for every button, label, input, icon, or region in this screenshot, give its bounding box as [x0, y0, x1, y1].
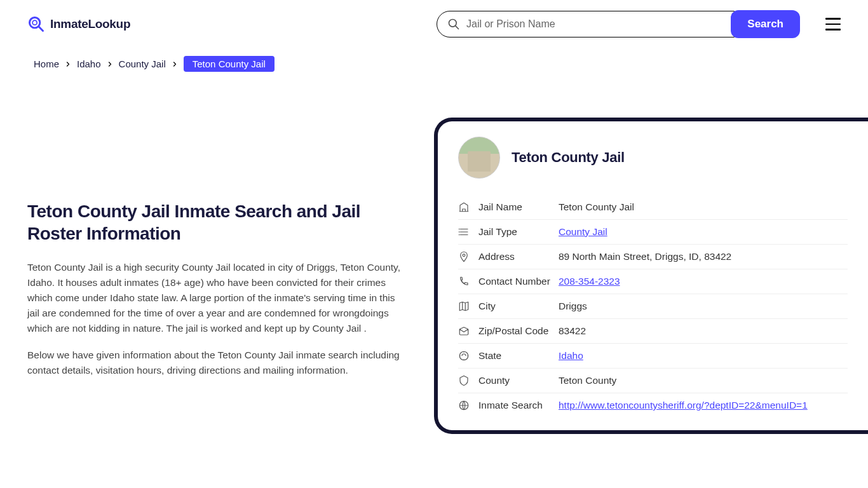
breadcrumb-home[interactable]: Home [34, 58, 59, 69]
phone-icon [458, 276, 470, 287]
header: InmateLookup Search [0, 0, 868, 48]
row-label: Inmate Search [478, 400, 559, 411]
row-link[interactable]: Idaho [559, 350, 583, 361]
row-value: 83422 [559, 325, 586, 337]
svg-point-5 [459, 229, 460, 230]
search-area: Search [437, 10, 800, 38]
search-box [437, 11, 735, 37]
search-input[interactable] [466, 18, 724, 30]
envelope-icon [458, 325, 470, 337]
svg-point-6 [459, 231, 460, 233]
info-row: State Idaho [458, 344, 848, 369]
svg-point-9 [459, 351, 468, 360]
breadcrumb: Home Idaho County Jail Teton County Jail [0, 48, 868, 79]
info-row: County Teton County [458, 369, 848, 393]
magnifier-icon [27, 15, 45, 33]
row-label: County [478, 375, 559, 386]
info-row: Contact Number 208-354-2323 [458, 269, 848, 294]
row-value: Driggs [559, 301, 587, 312]
menu-icon[interactable] [825, 18, 841, 30]
info-card: Teton County Jail Jail Name Teton County… [434, 118, 868, 434]
breadcrumb-state[interactable]: Idaho [77, 58, 101, 69]
row-value: 208-354-2323 [559, 276, 620, 287]
search-icon [447, 18, 460, 30]
svg-line-4 [456, 26, 459, 29]
location-pin-icon [458, 251, 470, 262]
info-row: City Driggs [458, 294, 848, 319]
row-label: City [478, 301, 559, 312]
info-row: Address 89 North Main Street, Driggs, ID… [458, 245, 848, 269]
row-value: Idaho [559, 350, 583, 362]
list-icon [458, 226, 470, 238]
paragraph-2: Below we have given information about th… [27, 348, 409, 378]
building-icon [458, 201, 470, 213]
card-title: Teton County Jail [512, 149, 625, 166]
svg-point-2 [32, 20, 37, 25]
chevron-right-icon [171, 60, 179, 68]
card-header: Teton County Jail [458, 137, 848, 179]
article: Teton County Jail Inmate Search and Jail… [27, 118, 409, 390]
globe-icon [458, 400, 470, 411]
info-row: Jail Type County Jail [458, 220, 848, 245]
row-link[interactable]: County Jail [559, 226, 607, 237]
row-label: Jail Type [478, 226, 559, 238]
logo-text: InmateLookup [50, 17, 130, 31]
row-label: State [478, 350, 559, 362]
shield-icon [458, 375, 470, 386]
row-label: Address [478, 251, 559, 262]
main-content: Teton County Jail Inmate Search and Jail… [0, 118, 868, 434]
row-value: 89 North Main Street, Driggs, ID, 83422 [559, 251, 731, 262]
info-row: Inmate Search http://www.tetoncountysher… [458, 393, 848, 417]
row-label: Jail Name [478, 201, 559, 213]
row-link[interactable]: http://www.tetoncountysheriff.org/?deptI… [559, 400, 808, 410]
row-value: County Jail [559, 226, 607, 238]
svg-line-1 [39, 27, 43, 30]
row-link[interactable]: 208-354-2323 [559, 276, 620, 287]
row-label: Contact Number [478, 276, 559, 287]
svg-point-7 [459, 234, 460, 236]
logo[interactable]: InmateLookup [27, 15, 130, 33]
paragraph-1: Teton County Jail is a high security Cou… [27, 260, 409, 336]
breadcrumb-type[interactable]: County Jail [119, 58, 166, 69]
search-button[interactable]: Search [731, 10, 800, 38]
map-icon [458, 301, 470, 312]
info-row: Jail Name Teton County Jail [458, 195, 848, 220]
chevron-right-icon [64, 60, 72, 68]
row-value: http://www.tetoncountysheriff.org/?deptI… [559, 400, 808, 411]
page-title: Teton County Jail Inmate Search and Jail… [27, 200, 409, 245]
svg-point-8 [463, 254, 465, 257]
row-label: Zip/Postal Code [478, 325, 559, 337]
compass-icon [458, 350, 470, 362]
chevron-right-icon [106, 60, 114, 68]
info-row: Zip/Postal Code 83422 [458, 319, 848, 344]
jail-avatar [458, 137, 500, 179]
row-value: Teton County Jail [559, 201, 634, 213]
breadcrumb-current: Teton County Jail [184, 56, 275, 72]
row-value: Teton County [559, 375, 616, 386]
